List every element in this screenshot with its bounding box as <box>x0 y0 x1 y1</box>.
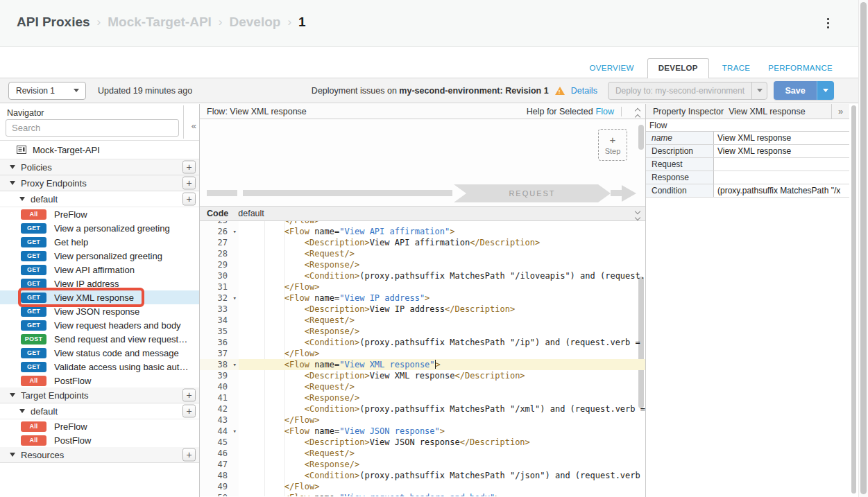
triangle-down-icon[interactable] <box>10 393 15 397</box>
add-button[interactable]: + <box>182 177 196 190</box>
navigator-subsection-default[interactable]: default+ <box>0 403 199 419</box>
tab-trace[interactable]: TRACE <box>713 59 759 78</box>
save-button[interactable]: Save <box>774 81 817 100</box>
tab-overview[interactable]: OVERVIEW <box>581 59 643 78</box>
code-line-25[interactable]: 25 </Flow> <box>200 221 645 226</box>
flow-item-validate-access-using-basic-aut-[interactable]: GETValidate access using basic aut… <box>0 360 199 374</box>
line-number: 30 <box>200 270 239 281</box>
flow-arrow-icon <box>622 185 636 202</box>
fold-caret-icon[interactable]: ▾ <box>233 293 237 304</box>
flow-item-postflow[interactable]: AllPostFlow <box>0 374 199 387</box>
property-value[interactable]: (proxy.pathsuffix MatchesPath "/x <box>714 184 849 197</box>
triangle-down-icon[interactable] <box>10 165 15 169</box>
fold-caret-icon[interactable]: ▾ <box>233 226 237 237</box>
code-line-50[interactable]: 50▾ <Flow name="View request headers and… <box>200 492 645 496</box>
add-button[interactable]: + <box>182 161 196 174</box>
navigator-subsection-default[interactable]: default+ <box>0 191 199 207</box>
kebab-menu-icon[interactable] <box>826 17 831 30</box>
browser-scrollbar[interactable] <box>858 0 868 497</box>
code-line-29[interactable]: 29 <Response/> <box>200 259 645 270</box>
code-line-45[interactable]: 45 <Description>View JSON response</Desc… <box>200 437 645 448</box>
fold-caret-icon[interactable]: ▾ <box>233 359 237 370</box>
tab-performance[interactable]: PERFORMANCE <box>759 59 842 78</box>
flow-item-preflow[interactable]: AllPreFlow <box>0 419 199 433</box>
breadcrumb-api-proxies[interactable]: API Proxies <box>17 15 90 30</box>
code-line-41[interactable]: 41 <Response/> <box>200 392 645 403</box>
add-step-button[interactable]: + Step <box>598 129 627 161</box>
code-line-40[interactable]: 40 <Request/> <box>200 381 645 392</box>
code-line-38[interactable]: 38▾ <Flow name="View XML response"> <box>200 359 645 370</box>
property-label: name <box>646 132 714 144</box>
details-link[interactable]: Details <box>571 86 597 96</box>
triangle-down-icon[interactable] <box>10 181 15 185</box>
triangle-down-icon[interactable] <box>19 409 25 413</box>
fold-caret-icon[interactable]: ▾ <box>233 492 237 496</box>
code-line-26[interactable]: 26▾ <Flow name="View API affirmation"> <box>200 226 645 237</box>
code-line-30[interactable]: 30 <Condition>(proxy.pathsuffix MatchesP… <box>200 270 645 281</box>
flow-canvas-scrollbar[interactable] <box>638 125 644 150</box>
add-button[interactable]: + <box>182 405 196 418</box>
expand-down-icon[interactable] <box>636 209 640 222</box>
code-line-44[interactable]: 44▾ <Flow name="View JSON response"> <box>200 426 645 437</box>
code-line-31[interactable]: 31 </Flow> <box>200 281 645 293</box>
property-value[interactable]: View XML response <box>714 132 849 144</box>
flow-item-view-json-response[interactable]: GETView JSON response <box>0 304 199 318</box>
property-inspector-header: Property Inspector View XML response » <box>646 104 849 119</box>
flow-item-view-api-affirmation[interactable]: GETView API affirmation <box>0 263 199 277</box>
flow-item-view-status-code-and-message[interactable]: GETView status code and message <box>0 346 199 360</box>
flow-item-view-personalized-greeting[interactable]: GETView personalized greeting <box>0 249 199 263</box>
code-line-36[interactable]: 36 <Condition>(proxy.pathsuffix MatchesP… <box>200 337 645 348</box>
flow-item-view-xml-response[interactable]: GETView XML response <box>0 290 199 304</box>
flow-item-get-help[interactable]: GETGet help <box>0 235 199 249</box>
code-line-34[interactable]: 34 <Request/> <box>200 315 645 326</box>
code-line-42[interactable]: 42 <Condition>(proxy.pathsuffix MatchesP… <box>200 403 645 415</box>
breadcrumb-develop[interactable]: Develop <box>230 15 281 30</box>
deploy-to-select[interactable]: Deploy to: my-second-environment <box>608 82 767 100</box>
property-value[interactable] <box>714 158 849 171</box>
code-line-35[interactable]: 35 <Response/> <box>200 326 645 337</box>
save-dropdown-button[interactable] <box>817 81 834 100</box>
code-line-48[interactable]: 48 <Condition>(proxy.pathsuffix MatchesP… <box>200 470 645 481</box>
panel-scrollbar[interactable] <box>851 105 856 494</box>
code-line-27[interactable]: 27 <Description>View API affirmation</De… <box>200 237 645 248</box>
flow-item-postflow[interactable]: AllPostFlow <box>0 433 199 447</box>
fold-caret-icon[interactable]: ▾ <box>233 426 237 437</box>
code-line-47[interactable]: 47 <Response/> <box>200 459 645 470</box>
navigator-section-proxy-endpoints[interactable]: Proxy Endpoints+ <box>0 175 199 191</box>
triangle-down-icon[interactable] <box>10 453 15 457</box>
flow-item-view-request-headers-and-body[interactable]: GETView request headers and body <box>0 318 199 332</box>
help-flow-link[interactable]: Flow <box>596 107 614 116</box>
browser-scrollbar-thumb[interactable] <box>860 2 867 494</box>
code-line-49[interactable]: 49 </Flow> <box>200 481 645 492</box>
add-button[interactable]: + <box>182 389 196 402</box>
flow-item-view-ip-address[interactable]: GETView IP address <box>0 277 199 290</box>
revision-select[interactable]: Revision 1 <box>8 82 86 100</box>
code-line-28[interactable]: 28 <Request/> <box>200 248 645 259</box>
code-line-46[interactable]: 46 <Request/> <box>200 448 645 459</box>
navigator-section-resources[interactable]: Resources+ <box>0 447 199 463</box>
navigator-section-target-endpoints[interactable]: Target Endpoints+ <box>0 387 199 403</box>
add-button[interactable]: + <box>182 193 196 206</box>
tab-develop[interactable]: DEVELOP <box>647 58 709 78</box>
collapse-up-icon[interactable] <box>636 107 640 119</box>
code-line-33[interactable]: 33 <Description>View IP address</Descrip… <box>200 304 645 315</box>
flow-item-preflow[interactable]: AllPreFlow <box>0 207 199 221</box>
add-button[interactable]: + <box>182 448 196 462</box>
caret-down-icon[interactable] <box>751 82 767 99</box>
code-line-37[interactable]: 37 </Flow> <box>200 348 645 359</box>
property-value[interactable]: View XML response <box>714 145 849 157</box>
collapse-panel-icon[interactable]: « <box>192 121 196 131</box>
breadcrumb-proxy-name[interactable]: Mock-Target-API <box>108 15 212 30</box>
flow-item-send-request-and-view-request-[interactable]: POSTSend request and view request… <box>0 332 199 346</box>
triangle-down-icon[interactable] <box>19 197 25 201</box>
expand-panel-icon[interactable]: » <box>831 104 849 119</box>
navigator-proxy-root[interactable]: Mock-Target-API <box>0 141 199 159</box>
code-line-43[interactable]: 43 </Flow> <box>200 415 645 426</box>
search-input[interactable] <box>6 119 179 137</box>
code-line-32[interactable]: 32▾ <Flow name="View IP address"> <box>200 293 645 304</box>
code-editor[interactable]: 25 </Flow>26▾ <Flow name="View API affir… <box>200 221 645 496</box>
flow-item-view-a-personalized-greeting[interactable]: GETView a personalized greeting <box>0 221 199 235</box>
property-value[interactable] <box>714 171 849 184</box>
navigator-section-policies[interactable]: Policies+ <box>0 159 199 175</box>
code-line-39[interactable]: 39 <Description>View XML response</Descr… <box>200 370 645 381</box>
